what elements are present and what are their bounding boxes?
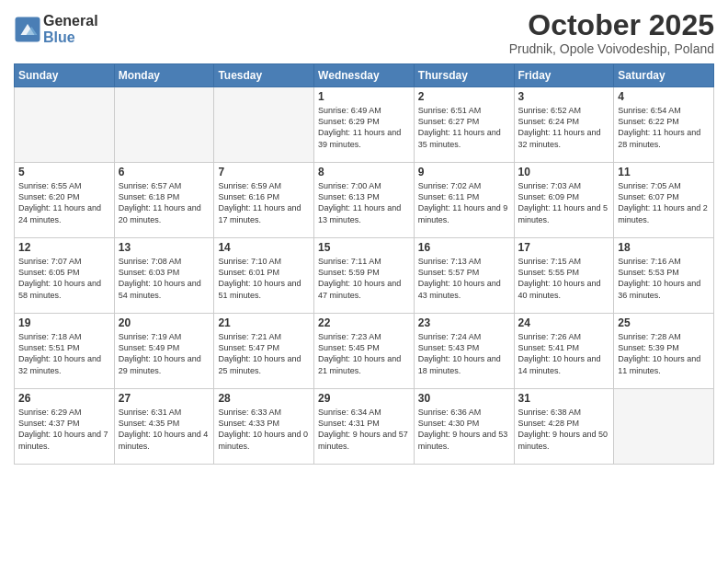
weekday-header: Friday <box>514 64 614 87</box>
calendar-cell: 4Sunrise: 6:54 AM Sunset: 6:22 PM Daylig… <box>614 87 714 163</box>
logo-general: General <box>43 13 98 29</box>
calendar-cell: 10Sunrise: 7:03 AM Sunset: 6:09 PM Dayli… <box>514 163 614 238</box>
day-number: 10 <box>518 166 610 178</box>
calendar-cell: 14Sunrise: 7:10 AM Sunset: 6:01 PM Dayli… <box>214 238 314 314</box>
calendar-header-row: SundayMondayTuesdayWednesdayThursdayFrid… <box>15 64 714 87</box>
weekday-header: Wednesday <box>314 64 415 87</box>
day-number: 14 <box>218 241 310 254</box>
day-number: 22 <box>318 316 410 329</box>
logo-icon <box>14 16 41 43</box>
day-info: Sunrise: 7:05 AM Sunset: 6:07 PM Dayligh… <box>618 180 710 225</box>
calendar-cell: 22Sunrise: 7:23 AM Sunset: 5:45 PM Dayli… <box>314 314 415 389</box>
calendar-cell: 2Sunrise: 6:51 AM Sunset: 6:27 PM Daylig… <box>414 87 514 163</box>
calendar-cell <box>15 87 115 163</box>
day-info: Sunrise: 7:13 AM Sunset: 5:57 PM Dayligh… <box>418 256 510 301</box>
day-number: 8 <box>318 166 410 178</box>
day-info: Sunrise: 6:52 AM Sunset: 6:24 PM Dayligh… <box>518 105 610 150</box>
calendar-cell: 17Sunrise: 7:15 AM Sunset: 5:55 PM Dayli… <box>514 238 614 314</box>
day-info: Sunrise: 6:31 AM Sunset: 4:35 PM Dayligh… <box>119 407 210 452</box>
calendar-week-row: 5Sunrise: 6:55 AM Sunset: 6:20 PM Daylig… <box>15 163 714 238</box>
day-info: Sunrise: 6:55 AM Sunset: 6:20 PM Dayligh… <box>18 180 110 225</box>
weekday-header: Saturday <box>614 64 714 87</box>
day-info: Sunrise: 6:54 AM Sunset: 6:22 PM Dayligh… <box>618 105 710 150</box>
weekday-header: Thursday <box>414 64 514 87</box>
day-info: Sunrise: 6:59 AM Sunset: 6:16 PM Dayligh… <box>218 180 310 225</box>
day-number: 29 <box>318 392 410 405</box>
day-number: 19 <box>18 316 110 329</box>
day-number: 11 <box>618 166 710 178</box>
weekday-header: Sunday <box>15 64 115 87</box>
day-info: Sunrise: 7:18 AM Sunset: 5:51 PM Dayligh… <box>18 331 110 376</box>
calendar-cell: 24Sunrise: 7:26 AM Sunset: 5:41 PM Dayli… <box>514 314 614 389</box>
day-info: Sunrise: 6:34 AM Sunset: 4:31 PM Dayligh… <box>318 407 410 452</box>
calendar-cell: 21Sunrise: 7:21 AM Sunset: 5:47 PM Dayli… <box>214 314 314 389</box>
day-number: 28 <box>218 392 310 405</box>
calendar-cell: 26Sunrise: 6:29 AM Sunset: 4:37 PM Dayli… <box>15 389 115 465</box>
page: General Blue October 2025 Prudnik, Opole… <box>0 0 728 563</box>
calendar-cell: 16Sunrise: 7:13 AM Sunset: 5:57 PM Dayli… <box>414 238 514 314</box>
logo-blue: Blue <box>43 29 98 46</box>
calendar-cell: 1Sunrise: 6:49 AM Sunset: 6:29 PM Daylig… <box>314 87 415 163</box>
day-info: Sunrise: 6:33 AM Sunset: 4:33 PM Dayligh… <box>218 407 310 452</box>
calendar-week-row: 26Sunrise: 6:29 AM Sunset: 4:37 PM Dayli… <box>15 389 714 465</box>
calendar-cell: 15Sunrise: 7:11 AM Sunset: 5:59 PM Dayli… <box>314 238 415 314</box>
calendar-cell: 25Sunrise: 7:28 AM Sunset: 5:39 PM Dayli… <box>614 314 714 389</box>
day-info: Sunrise: 7:23 AM Sunset: 5:45 PM Dayligh… <box>318 331 410 376</box>
calendar-cell: 23Sunrise: 7:24 AM Sunset: 5:43 PM Dayli… <box>414 314 514 389</box>
calendar-cell: 11Sunrise: 7:05 AM Sunset: 6:07 PM Dayli… <box>614 163 714 238</box>
day-number: 26 <box>18 392 110 405</box>
day-number: 15 <box>318 241 410 254</box>
calendar-cell: 29Sunrise: 6:34 AM Sunset: 4:31 PM Dayli… <box>314 389 415 465</box>
day-number: 6 <box>119 166 210 178</box>
day-number: 2 <box>418 90 510 103</box>
day-info: Sunrise: 7:10 AM Sunset: 6:01 PM Dayligh… <box>218 256 310 301</box>
calendar-week-row: 12Sunrise: 7:07 AM Sunset: 6:05 PM Dayli… <box>15 238 714 314</box>
day-info: Sunrise: 6:38 AM Sunset: 4:28 PM Dayligh… <box>518 407 610 452</box>
location-subtitle: Prudnik, Opole Voivodeship, Poland <box>509 41 714 56</box>
day-info: Sunrise: 7:21 AM Sunset: 5:47 PM Dayligh… <box>218 331 310 376</box>
calendar-cell: 8Sunrise: 7:00 AM Sunset: 6:13 PM Daylig… <box>314 163 415 238</box>
month-title: October 2025 <box>509 9 714 41</box>
day-number: 12 <box>18 241 110 254</box>
day-number: 30 <box>418 392 510 405</box>
day-number: 13 <box>119 241 210 254</box>
calendar-cell <box>614 389 714 465</box>
day-number: 16 <box>418 241 510 254</box>
calendar-cell: 9Sunrise: 7:02 AM Sunset: 6:11 PM Daylig… <box>414 163 514 238</box>
calendar-cell: 18Sunrise: 7:16 AM Sunset: 5:53 PM Dayli… <box>614 238 714 314</box>
calendar-cell: 19Sunrise: 7:18 AM Sunset: 5:51 PM Dayli… <box>15 314 115 389</box>
day-info: Sunrise: 7:26 AM Sunset: 5:41 PM Dayligh… <box>518 331 610 376</box>
day-number: 17 <box>518 241 610 254</box>
day-number: 25 <box>618 316 710 329</box>
calendar-cell: 20Sunrise: 7:19 AM Sunset: 5:49 PM Dayli… <box>114 314 214 389</box>
day-info: Sunrise: 6:57 AM Sunset: 6:18 PM Dayligh… <box>119 180 210 225</box>
day-info: Sunrise: 7:07 AM Sunset: 6:05 PM Dayligh… <box>18 256 110 301</box>
calendar-cell: 13Sunrise: 7:08 AM Sunset: 6:03 PM Dayli… <box>114 238 214 314</box>
day-number: 1 <box>318 90 410 103</box>
weekday-header: Monday <box>114 64 214 87</box>
weekday-header: Tuesday <box>214 64 314 87</box>
calendar-cell <box>114 87 214 163</box>
day-number: 31 <box>518 392 610 405</box>
title-block: October 2025 Prudnik, Opole Voivodeship,… <box>509 9 714 56</box>
calendar-cell: 30Sunrise: 6:36 AM Sunset: 4:30 PM Dayli… <box>414 389 514 465</box>
calendar-table: SundayMondayTuesdayWednesdayThursdayFrid… <box>14 63 714 465</box>
day-number: 7 <box>218 166 310 178</box>
logo: General Blue <box>14 13 98 45</box>
calendar-cell: 28Sunrise: 6:33 AM Sunset: 4:33 PM Dayli… <box>214 389 314 465</box>
day-info: Sunrise: 7:00 AM Sunset: 6:13 PM Dayligh… <box>318 180 410 225</box>
calendar-week-row: 1Sunrise: 6:49 AM Sunset: 6:29 PM Daylig… <box>15 87 714 163</box>
header: General Blue October 2025 Prudnik, Opole… <box>14 9 714 56</box>
calendar-cell: 31Sunrise: 6:38 AM Sunset: 4:28 PM Dayli… <box>514 389 614 465</box>
day-info: Sunrise: 7:02 AM Sunset: 6:11 PM Dayligh… <box>418 180 510 225</box>
day-info: Sunrise: 6:29 AM Sunset: 4:37 PM Dayligh… <box>18 407 110 452</box>
calendar-cell: 5Sunrise: 6:55 AM Sunset: 6:20 PM Daylig… <box>15 163 115 238</box>
day-info: Sunrise: 7:11 AM Sunset: 5:59 PM Dayligh… <box>318 256 410 301</box>
day-info: Sunrise: 7:28 AM Sunset: 5:39 PM Dayligh… <box>618 331 710 376</box>
day-info: Sunrise: 6:36 AM Sunset: 4:30 PM Dayligh… <box>418 407 510 452</box>
day-number: 21 <box>218 316 310 329</box>
calendar-cell <box>214 87 314 163</box>
day-number: 9 <box>418 166 510 178</box>
calendar-cell: 27Sunrise: 6:31 AM Sunset: 4:35 PM Dayli… <box>114 389 214 465</box>
day-info: Sunrise: 7:15 AM Sunset: 5:55 PM Dayligh… <box>518 256 610 301</box>
